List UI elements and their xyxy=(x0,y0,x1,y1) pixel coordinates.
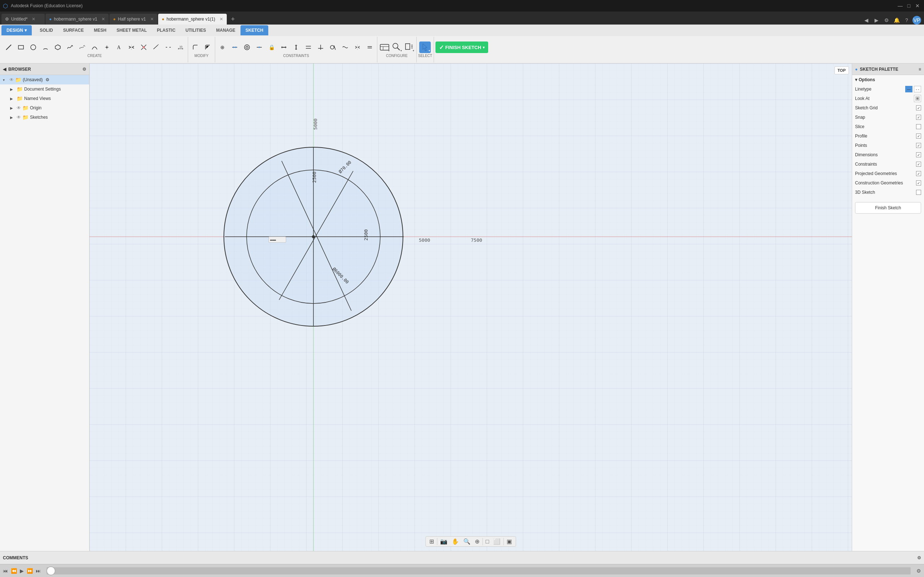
timeline-play-button[interactable]: ▶ xyxy=(20,568,24,574)
browser-settings-icon[interactable]: ⚙ xyxy=(82,67,86,72)
break-tool[interactable] xyxy=(163,42,174,53)
trim-tool[interactable] xyxy=(138,42,150,53)
configure-tool[interactable]: ▾ xyxy=(379,42,390,53)
visibility-origin-icon[interactable]: 👁 xyxy=(17,105,21,110)
expand-origin-icon[interactable]: ▶ xyxy=(10,106,15,110)
circle-tool[interactable] xyxy=(27,42,39,53)
tab-untitled[interactable]: ⚙ Untitled* ✕ xyxy=(2,14,45,24)
linetype-dash-btn[interactable]: - - xyxy=(914,86,921,92)
user-icon[interactable]: VP xyxy=(913,16,921,24)
timeline-settings-icon[interactable]: ⚙ xyxy=(916,568,921,574)
collinear-tool[interactable] xyxy=(229,42,241,53)
snap-checkbox[interactable] xyxy=(916,115,921,120)
expand-named-views-icon[interactable]: ▶ xyxy=(10,97,15,101)
tab-hobermann1[interactable]: ● hobermann_sphere v1 ✕ xyxy=(45,14,109,24)
expand-doc-settings-icon[interactable]: ▶ xyxy=(10,87,15,91)
mode-sketch[interactable]: SKETCH xyxy=(241,25,268,35)
slice-checkbox[interactable] xyxy=(916,124,921,129)
timeline-scrubber[interactable] xyxy=(47,567,55,575)
extend-tool[interactable] xyxy=(150,42,162,53)
timeline-prev-button[interactable]: ⏪ xyxy=(11,568,17,574)
look-at-button[interactable] xyxy=(914,95,921,102)
fit-view-button[interactable]: ⊕ xyxy=(473,537,481,546)
smooth-tool[interactable] xyxy=(339,42,351,53)
coincident-tool[interactable]: ⊕ xyxy=(216,42,228,53)
inspect-measure[interactable]: ▾ xyxy=(391,42,402,53)
fillet-tool[interactable] xyxy=(189,42,201,53)
midpoint-tool[interactable] xyxy=(254,42,265,53)
polygon-tool[interactable] xyxy=(52,42,63,53)
horizontal-tool[interactable] xyxy=(278,42,289,53)
tangent-tool[interactable] xyxy=(327,42,339,53)
rect-tool[interactable] xyxy=(15,42,27,53)
home-view-button[interactable]: ⊞ xyxy=(428,537,435,546)
timeline-last-button[interactable]: ⏭ xyxy=(36,568,41,574)
mirror-tool[interactable] xyxy=(126,42,137,53)
tab-hobermann1-1[interactable]: ● hobermann_sphere v1(1) ✕ xyxy=(158,14,227,24)
tree-item-unsaved[interactable]: ▾ 👁 📁 (Unsaved) ⚙ xyxy=(0,75,89,84)
mode-plastic[interactable]: PLASTIC xyxy=(152,25,180,35)
mode-mesh[interactable]: MESH xyxy=(89,25,111,35)
3d-sketch-checkbox[interactable] xyxy=(916,190,921,195)
tree-item-sketches[interactable]: ▶ 👁 📁 Sketches xyxy=(0,113,89,122)
zoom-button[interactable]: 🔍 xyxy=(462,537,472,546)
minimize-button[interactable]: — xyxy=(897,2,904,10)
canvas-area[interactable]: 2500 Ø70.00 2500 Ø6000.00 5000 5000 7500… xyxy=(90,63,852,551)
finish-sketch-palette-button[interactable]: Finish Sketch xyxy=(855,202,921,214)
timeline-next-button[interactable]: ⏩ xyxy=(27,568,33,574)
design-mode-button[interactable]: DESIGN ▾ xyxy=(2,25,32,35)
tab-scroll-right[interactable]: ▶ xyxy=(872,16,881,24)
visual-style-button[interactable]: ⬜ xyxy=(492,537,502,546)
tab-half-sphere[interactable]: ● Half sphere v1 ✕ xyxy=(110,14,157,24)
projected-geometries-checkbox[interactable] xyxy=(916,171,921,176)
fit-point-tool[interactable] xyxy=(76,42,88,53)
visibility-sketches-icon[interactable]: 👁 xyxy=(17,115,21,120)
text-tool[interactable]: A xyxy=(113,42,125,53)
visibility-unsaved-icon[interactable]: 👁 xyxy=(10,77,14,82)
arc-tool[interactable] xyxy=(40,42,51,53)
mode-manage[interactable]: MANAGE xyxy=(211,25,241,35)
tab-close-hobermann1[interactable]: ✕ xyxy=(102,16,105,22)
line-tool[interactable] xyxy=(3,42,15,53)
camera-button[interactable]: 📷 xyxy=(439,537,449,546)
equal-tool[interactable] xyxy=(364,42,376,53)
symmetric-tool[interactable] xyxy=(352,42,363,53)
close-button[interactable]: ✕ xyxy=(914,2,921,10)
constraints-checkbox[interactable] xyxy=(916,162,921,167)
mode-sheet-metal[interactable]: SHEET METAL xyxy=(111,25,152,35)
tree-item-named-views[interactable]: ▶ 📁 Named Views xyxy=(0,94,89,103)
palette-options-header[interactable]: ▾ Options xyxy=(855,77,921,82)
construction-geometries-checkbox[interactable] xyxy=(916,181,921,185)
palette-expand-icon[interactable]: ≡ xyxy=(919,67,921,72)
mode-solid[interactable]: SOLID xyxy=(35,25,58,35)
notification-icon[interactable]: 🔔 xyxy=(892,16,901,24)
grid-settings-button[interactable]: ▣ xyxy=(505,537,514,546)
tab-close-half-sphere[interactable]: ✕ xyxy=(150,16,154,22)
help-icon[interactable]: ? xyxy=(902,16,911,24)
select-tool[interactable]: ▾ xyxy=(419,42,431,53)
perpendicular-tool[interactable] xyxy=(315,42,326,53)
linetype-solid-btn[interactable]: — xyxy=(905,86,913,92)
sketch-grid-checkbox[interactable] xyxy=(916,105,921,110)
timeline-first-button[interactable]: ⏮ xyxy=(3,568,8,574)
comments-settings-icon[interactable]: ⚙ xyxy=(917,555,921,561)
browser-expand-icon[interactable]: ◀ xyxy=(3,67,6,72)
point-tool[interactable] xyxy=(101,42,113,53)
display-mode-button[interactable]: □ xyxy=(484,538,491,546)
fix-tool[interactable]: 🔒 xyxy=(266,42,277,53)
tab-close-hobermann1-1[interactable]: ✕ xyxy=(220,16,223,22)
finish-sketch-toolbar-button[interactable]: ✓ FINISH SKETCH ▾ xyxy=(435,42,488,53)
tree-item-origin[interactable]: ▶ 👁 📁 Origin xyxy=(0,103,89,113)
sketch-dimension-tool[interactable]: 10 xyxy=(175,42,186,53)
parallel-tool[interactable] xyxy=(302,42,314,53)
tab-scroll-left[interactable]: ◀ xyxy=(862,16,871,24)
dimensions-checkbox[interactable] xyxy=(916,152,921,157)
mode-utilities[interactable]: UTILITIES xyxy=(181,25,211,35)
maximize-button[interactable]: □ xyxy=(905,2,913,10)
new-tab-button[interactable]: + xyxy=(228,14,238,24)
points-checkbox[interactable] xyxy=(916,143,921,148)
settings-icon[interactable]: ⚙ xyxy=(882,16,891,24)
concentric-tool[interactable] xyxy=(241,42,253,53)
spline-tool[interactable] xyxy=(64,42,76,53)
mode-surface[interactable]: SURFACE xyxy=(58,25,89,35)
